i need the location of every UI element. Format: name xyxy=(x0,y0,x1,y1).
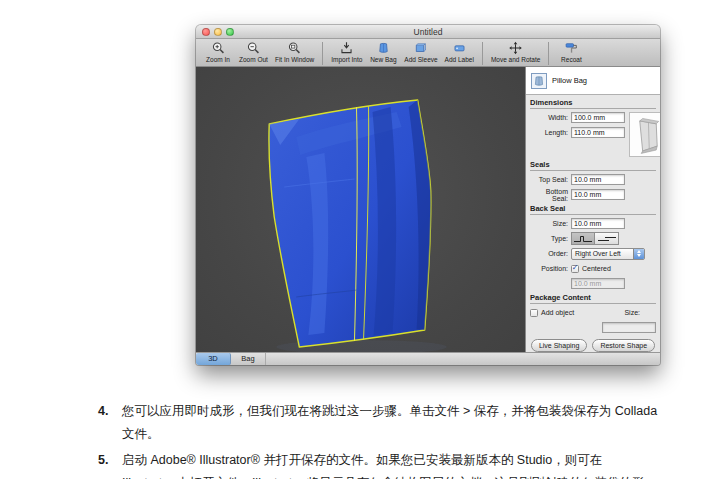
recoat-label: Recoat xyxy=(561,56,582,63)
back-seal-header: Back Seal xyxy=(530,204,656,215)
order-value: Right Over Left xyxy=(572,250,633,257)
instruction-step-5: 5. 启动 Adobe® Illustrator® 并打开保存的文件。如果您已安… xyxy=(98,449,719,479)
instructions: 4. 您可以应用即时成形，但我们现在将跳过这一步骤。单击文件 > 保存，并将包装… xyxy=(98,400,719,479)
seal-type-label: Type: xyxy=(530,235,568,242)
top-seal-label: Top Seal: xyxy=(530,176,568,183)
add-label-button[interactable]: Add Label xyxy=(445,41,474,63)
window-content: Pillow Bag Dimensions Width: Length: xyxy=(196,67,660,352)
top-seal-input[interactable] xyxy=(571,174,625,185)
traffic-lights xyxy=(202,28,234,36)
zoom-in-label: Zoom In xyxy=(206,56,230,63)
tab-3d[interactable]: 3D xyxy=(196,353,231,365)
move-rotate-icon xyxy=(508,41,523,55)
centered-checkbox[interactable] xyxy=(571,265,579,273)
fit-window-icon xyxy=(287,41,302,55)
part-item-pillow-bag[interactable]: Pillow Bag xyxy=(531,73,587,89)
add-sleeve-icon xyxy=(413,41,428,55)
add-sleeve-button[interactable]: Add Sleeve xyxy=(404,41,437,63)
restore-shape-button[interactable]: Restore Shape xyxy=(592,339,655,352)
view-tabbar: 3D Bag xyxy=(196,352,660,365)
move-and-rotate-label: Move and Rotate xyxy=(491,56,541,63)
instruction-step-4: 4. 您可以应用即时成形，但我们现在将跳过这一步骤。单击文件 > 保存，并将包装… xyxy=(98,400,719,446)
step-number: 4. xyxy=(98,400,122,446)
part-label: Pillow Bag xyxy=(552,76,587,85)
recoat-icon xyxy=(564,41,579,55)
fit-in-window-label: Fit In Window xyxy=(275,56,314,63)
zoom-out-icon xyxy=(246,41,261,55)
back-seal-offset-input xyxy=(571,278,625,289)
pillow-bag-icon xyxy=(531,73,547,89)
close-button[interactable] xyxy=(202,28,210,36)
zoom-out-label: Zoom Out xyxy=(239,56,268,63)
live-shaping-button[interactable]: Live Shaping xyxy=(531,339,587,352)
step-text: 您可以应用即时成形，但我们现在将跳过这一步骤。单击文件 > 保存，并将包装袋保存… xyxy=(122,400,657,423)
zoom-in-button[interactable]: Zoom In xyxy=(204,41,232,63)
new-bag-icon xyxy=(376,41,391,55)
viewport-3d[interactable] xyxy=(196,67,525,352)
seals-header: Seals xyxy=(530,160,656,171)
step-text: 文件。 xyxy=(122,423,657,446)
package-content-header: Package Content xyxy=(530,293,656,304)
window-titlebar[interactable]: Untitled xyxy=(196,25,660,39)
minimize-button[interactable] xyxy=(214,28,222,36)
order-label: Order: xyxy=(530,250,568,257)
width-label: Width: xyxy=(530,114,568,121)
app-window: Untitled Zoom In Zoom Out Fit In Window … xyxy=(196,25,660,365)
dropdown-arrows-icon xyxy=(633,249,644,259)
toolbar: Zoom In Zoom Out Fit In Window Import In… xyxy=(196,39,660,67)
order-dropdown[interactable]: Right Over Left xyxy=(571,248,645,260)
length-input[interactable] xyxy=(571,127,625,138)
fit-in-window-button[interactable]: Fit In Window xyxy=(275,41,314,63)
content-size-input xyxy=(602,322,656,333)
dimensions-section: Width: Length: xyxy=(526,109,660,157)
toolbar-separator xyxy=(548,42,549,65)
add-label-label: Add Label xyxy=(445,56,474,63)
step-number: 5. xyxy=(98,449,122,479)
seal-type-fin-button[interactable] xyxy=(571,232,595,245)
bottom-seal-input[interactable] xyxy=(571,189,625,200)
lap-seal-icon xyxy=(597,233,617,244)
add-sleeve-label: Add Sleeve xyxy=(404,56,437,63)
step-text: 启动 Adobe® Illustrator® 并打开保存的文件。如果您已安装最新… xyxy=(122,449,644,472)
fin-seal-icon xyxy=(573,233,593,244)
import-into-icon xyxy=(339,41,354,55)
parts-list: Pillow Bag xyxy=(526,67,660,95)
zoom-window-button[interactable] xyxy=(226,28,234,36)
move-and-rotate-button[interactable]: Move and Rotate xyxy=(491,41,541,63)
toolbar-separator xyxy=(322,42,323,65)
length-label: Length: xyxy=(530,129,568,136)
width-input[interactable] xyxy=(571,112,625,123)
seal-type-lap-button[interactable] xyxy=(595,232,619,245)
panel-buttons: Live Shaping Restore Shape xyxy=(526,339,660,352)
new-bag-button[interactable]: New Bag xyxy=(369,41,397,63)
back-seal-size-label: Size: xyxy=(530,220,568,227)
add-object-label: Add object xyxy=(541,309,574,316)
new-bag-label: New Bag xyxy=(370,56,396,63)
bag-preview-thumbnail xyxy=(629,112,660,157)
add-label-icon xyxy=(452,41,467,55)
window-title: Untitled xyxy=(196,27,660,37)
dimensions-header: Dimensions xyxy=(530,98,656,109)
seal-type-segment xyxy=(571,232,619,245)
back-seal-size-input[interactable] xyxy=(571,218,625,229)
tab-bag[interactable]: Bag xyxy=(231,353,266,365)
content-size-label: Size: xyxy=(624,309,640,316)
toolbar-separator xyxy=(482,42,483,65)
properties-panel: Pillow Bag Dimensions Width: Length: xyxy=(525,67,660,352)
bottom-seal-label: Bottom Seal: xyxy=(530,188,568,202)
position-label: Position: xyxy=(530,265,568,272)
centered-label: Centered xyxy=(582,265,611,272)
pillow-bag-3d-model[interactable] xyxy=(196,67,525,352)
zoom-in-icon xyxy=(211,41,226,55)
import-into-label: Import Into xyxy=(331,56,362,63)
add-object-checkbox[interactable] xyxy=(530,309,538,317)
import-into-button[interactable]: Import Into xyxy=(331,41,362,63)
recoat-button[interactable]: Recoat xyxy=(557,41,585,63)
zoom-out-button[interactable]: Zoom Out xyxy=(239,41,268,63)
step-text: Illustrator 中打开文件。Illustrator 将显示具有包含结构图… xyxy=(122,472,644,479)
